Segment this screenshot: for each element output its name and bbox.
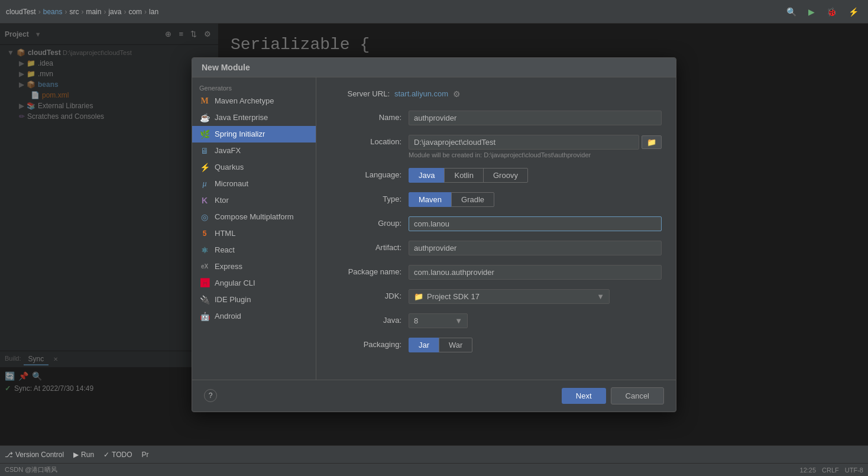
javafx-icon: 🖥 xyxy=(199,145,210,156)
breadcrumb-src[interactable]: src xyxy=(69,8,79,16)
artifact-control xyxy=(409,241,662,255)
gen-micronaut[interactable]: μ Micronaut xyxy=(192,176,316,192)
location-row: Location: 📁 Module will be created in: D… xyxy=(331,135,662,158)
gen-compose-multiplatform[interactable]: ◎ Compose Multiplatform xyxy=(192,209,316,225)
package-name-control xyxy=(409,265,662,280)
compose-icon: ◎ xyxy=(199,212,210,222)
gen-quarkus[interactable]: ⚡ Quarkus xyxy=(192,159,316,176)
packaging-war-button[interactable]: War xyxy=(439,338,472,352)
gen-quarkus-label: Quarkus xyxy=(215,163,244,171)
breadcrumb-beans[interactable]: beans xyxy=(43,8,63,16)
language-kotlin-button[interactable]: Kotlin xyxy=(444,168,484,183)
jdk-dropdown-arrow: ▼ xyxy=(597,292,604,301)
gen-java-enterprise[interactable]: ☕ Java Enterprise xyxy=(192,109,316,126)
type-label: Type: xyxy=(331,192,401,203)
status-info: CSDN @港口晒风 xyxy=(5,465,57,474)
language-toggle-group: Java Kotlin Groovy xyxy=(409,168,662,183)
server-settings-icon[interactable]: ⚙ xyxy=(453,89,461,99)
location-input[interactable] xyxy=(409,135,639,150)
new-module-dialog: New Module Generators M Maven Archetype … xyxy=(192,57,676,412)
group-control xyxy=(409,216,662,231)
gen-maven-label: Maven Archetype xyxy=(215,96,274,105)
type-maven-button[interactable]: Maven xyxy=(409,192,452,207)
breadcrumb-com[interactable]: com xyxy=(128,8,142,16)
bottom-tab-todo[interactable]: ✓ TODO xyxy=(103,451,132,459)
breadcrumb-java[interactable]: java xyxy=(108,8,121,16)
breadcrumb-main[interactable]: main xyxy=(86,8,101,16)
language-java-button[interactable]: Java xyxy=(409,168,445,183)
dialog-overlay: New Module Generators M Maven Archetype … xyxy=(0,24,868,445)
server-url-link[interactable]: start.aliyun.com xyxy=(394,89,448,98)
packaging-control: Jar War xyxy=(409,338,662,352)
cancel-button[interactable]: Cancel xyxy=(611,387,664,404)
jdk-control: 📁 Project SDK 17 ▼ xyxy=(409,289,662,304)
language-label: Language: xyxy=(331,168,401,179)
group-label: Group: xyxy=(331,216,401,228)
bottom-tab-run[interactable]: ▶ Run xyxy=(73,451,94,459)
gen-react[interactable]: ⚛ React xyxy=(192,242,316,258)
name-label: Name: xyxy=(331,111,401,122)
help-button[interactable]: ? xyxy=(204,389,217,402)
gen-spring-initializr[interactable]: 🌿 Spring Initializr xyxy=(192,126,316,143)
jdk-folder-icon: 📁 xyxy=(414,292,423,301)
next-button[interactable]: Next xyxy=(562,388,606,404)
main-layout: Project ▼ ⊕ ≡ ⇅ ⚙ ▼ 📦 cloudTest D:\javap… xyxy=(0,24,868,445)
type-control: Maven Gradle xyxy=(409,192,662,207)
search-button[interactable]: 🔍 xyxy=(783,6,800,18)
bottom-tab-pr[interactable]: Pr xyxy=(142,451,149,459)
server-url-row: Server URL: start.aliyun.com ⚙ xyxy=(331,89,662,99)
gen-compose-label: Compose Multiplatform xyxy=(215,212,294,221)
breadcrumb-cloudtest[interactable]: cloudTest xyxy=(6,8,36,16)
todo-label: TODO xyxy=(112,451,132,459)
java-dropdown[interactable]: 8 ▼ xyxy=(409,313,468,328)
jdk-dropdown[interactable]: 📁 Project SDK 17 ▼ xyxy=(409,289,610,304)
location-control: 📁 Module will be created in: D:\javaproj… xyxy=(409,135,662,158)
profile-button[interactable]: ⚡ xyxy=(845,6,862,18)
gen-angular-cli[interactable]: 🅰 Angular CLI xyxy=(192,275,316,292)
spring-icon: 🌿 xyxy=(199,129,210,140)
java-label: Java: xyxy=(331,313,401,325)
gen-maven-archetype[interactable]: M Maven Archetype xyxy=(192,93,316,109)
run-label: Run xyxy=(81,451,94,459)
gen-spring-label: Spring Initializr xyxy=(215,129,265,138)
gen-javafx[interactable]: 🖥 JavaFX xyxy=(192,143,316,159)
type-toggle-group: Maven Gradle xyxy=(409,192,662,207)
browse-button[interactable]: 📁 xyxy=(642,135,662,149)
packaging-row: Packaging: Jar War xyxy=(331,338,662,352)
packaging-jar-button[interactable]: Jar xyxy=(409,338,439,352)
language-control: Java Kotlin Groovy xyxy=(409,168,662,183)
location-row-inner: 📁 xyxy=(409,135,662,150)
gen-android[interactable]: 🤖 Android xyxy=(192,308,316,325)
debug-button[interactable]: 🐞 xyxy=(823,6,840,18)
bottom-tabs: ⎇ Version Control ▶ Run ✓ TODO Pr xyxy=(0,445,868,463)
run-button[interactable]: ▶ xyxy=(805,6,818,18)
artifact-input[interactable] xyxy=(409,241,662,255)
java-dropdown-arrow: ▼ xyxy=(455,316,462,325)
group-input[interactable] xyxy=(409,216,662,231)
gen-android-label: Android xyxy=(215,312,241,320)
jdk-label: JDK: xyxy=(331,289,401,300)
jdk-value: Project SDK 17 xyxy=(427,292,480,301)
version-control-label: Version Control xyxy=(15,451,64,459)
language-groovy-button[interactable]: Groovy xyxy=(483,168,528,183)
run-icon: ▶ xyxy=(73,451,79,459)
gen-ide-plugin[interactable]: 🔌 IDE Plugin xyxy=(192,292,316,308)
gen-html[interactable]: 5 HTML xyxy=(192,225,316,242)
gen-ktor[interactable]: K Ktor xyxy=(192,192,316,209)
gen-ktor-label: Ktor xyxy=(215,196,229,205)
artifact-row: Artifact: xyxy=(331,241,662,255)
generators-section-label: Generators xyxy=(192,82,316,93)
gen-express[interactable]: eX Express xyxy=(192,258,316,275)
dialog-title-bar: New Module xyxy=(192,58,676,77)
gen-ide-plugin-label: IDE Plugin xyxy=(215,295,251,304)
status-time: 12:25 xyxy=(800,467,817,474)
language-row: Language: Java Kotlin Groovy xyxy=(331,168,662,183)
status-encoding: UTF-8 xyxy=(845,467,863,474)
type-gradle-button[interactable]: Gradle xyxy=(451,192,494,207)
package-name-input[interactable] xyxy=(409,265,662,280)
top-bar-right: 🔍 ▶ 🐞 ⚡ xyxy=(783,6,862,18)
breadcrumb-lan[interactable]: lan xyxy=(149,8,158,16)
name-input[interactable] xyxy=(409,111,662,125)
bottom-tab-version-control[interactable]: ⎇ Version Control xyxy=(5,451,64,459)
dialog-footer: ? Next Cancel xyxy=(192,380,676,412)
